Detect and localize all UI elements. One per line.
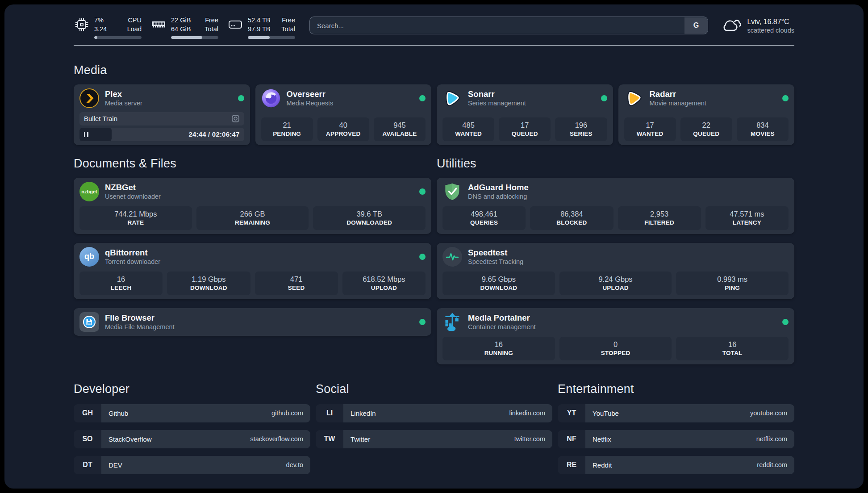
link-url: reddit.com (757, 461, 787, 468)
section-title-utilities: Utilities (437, 157, 794, 171)
app-card-filebrowser[interactable]: File Browser Media File Management (74, 308, 431, 336)
status-dot (782, 95, 789, 101)
app-card-qbittorrent[interactable]: qb qBittorrent Torrent downloader 16LEEC… (74, 243, 431, 299)
link-abbr: TW (316, 430, 343, 448)
app-desc: Speedtest Tracking (468, 258, 523, 265)
link-url: youtube.com (750, 409, 787, 417)
memory-progress-bar (171, 36, 218, 39)
sonarr-icon (442, 88, 462, 108)
app-card-portainer[interactable]: Media Portainer Container management 16R… (437, 308, 794, 364)
stat-tile: 266 GBREMAINING (196, 206, 309, 230)
section-title-documents: Documents & Files (74, 157, 431, 171)
weather-location-temp: Lviv, 16.87°C (747, 18, 794, 26)
portainer-icon (442, 312, 462, 332)
disk-label-2: Total (281, 25, 295, 33)
cpu-progress-bar (94, 36, 142, 39)
app-name: Media Portainer (468, 313, 536, 322)
nzbget-icon: nzbget (79, 182, 99, 201)
section-title-social: Social (316, 382, 552, 396)
status-dot (419, 319, 426, 325)
disk-icon (227, 16, 243, 32)
stat-tile: 9.65 GbpsDOWNLOAD (442, 272, 555, 295)
app-card-plex[interactable]: Plex Media server Bullet Train 24:44 / 0… (74, 84, 250, 145)
link-reddit[interactable]: RE Redditreddit.com (558, 456, 794, 474)
developer-column: Developer GH Githubgithub.com SO StackOv… (74, 364, 310, 474)
cpu-load-value: 3.24 (94, 25, 107, 33)
stat-tile: 945AVAILABLE (374, 117, 426, 141)
app-desc: Movie management (650, 100, 706, 107)
entertainment-column: Entertainment YT YouTubeyoutube.com NF N… (558, 364, 794, 474)
link-url: linkedin.com (509, 409, 545, 417)
app-card-overseerr[interactable]: Overseerr Media Requests 21PENDING 40APP… (255, 84, 432, 145)
app-desc: DNS and adblocking (468, 193, 529, 200)
stat-tile: 22QUEUED (680, 117, 732, 141)
app-card-speedtest[interactable]: Speedtest Speedtest Tracking 9.65 GbpsDO… (437, 243, 794, 299)
disk-free: 52.4 TB (248, 16, 271, 25)
link-youtube[interactable]: YT YouTubeyoutube.com (558, 404, 794, 422)
link-abbr: YT (558, 404, 585, 422)
search-input[interactable] (309, 17, 708, 34)
disk-label-1: Free (281, 16, 295, 25)
media-grid: Plex Media server Bullet Train 24:44 / 0… (74, 84, 794, 145)
cpu-usage: 7% (94, 16, 107, 25)
status-dot (419, 254, 426, 260)
app-card-adguard[interactable]: AdGuard Home DNS and adblocking 498,461Q… (437, 178, 794, 234)
app-desc: Usenet downloader (105, 193, 161, 200)
social-column: Social LI LinkedInlinkedin.com TW Twitte… (316, 364, 552, 448)
stat-tile: 2,953FILTERED (618, 206, 701, 230)
app-name: Speedtest (468, 248, 523, 257)
cloud-icon (721, 17, 741, 35)
status-dot (419, 95, 426, 101)
filebrowser-icon (79, 312, 99, 332)
status-dot (782, 319, 789, 325)
link-dev-to[interactable]: DT DEVdev.to (74, 456, 310, 474)
status-dot (419, 188, 426, 195)
link-twitter[interactable]: TW Twittertwitter.com (316, 430, 552, 448)
search-bar: G (309, 17, 708, 34)
link-url: github.com (271, 409, 303, 417)
link-netflix[interactable]: NF Netflixnetflix.com (558, 430, 794, 448)
session-icon[interactable] (231, 114, 240, 123)
link-abbr: LI (316, 404, 343, 422)
link-github[interactable]: GH Githubgithub.com (74, 404, 310, 422)
link-name: StackOverflow (108, 435, 152, 443)
link-abbr: RE (558, 456, 585, 474)
app-card-nzbget[interactable]: nzbget NZBGet Usenet downloader 744.21 M… (74, 178, 431, 234)
adguard-icon (442, 182, 462, 201)
utilities-column: Utilities AdGuard Home (437, 145, 794, 364)
link-url: dev.to (286, 461, 303, 468)
stat-tile: 744.21 MbpsRATE (79, 206, 192, 230)
link-name: Github (108, 409, 128, 417)
stat-tile: 196SERIES (555, 117, 607, 141)
app-card-radarr[interactable]: Radarr Movie management 17WANTED 22QUEUE… (618, 84, 795, 145)
link-stackoverflow[interactable]: SO StackOverflowstackoverflow.com (74, 430, 310, 448)
disk-total: 97.9 TB (248, 25, 271, 33)
memory-icon (150, 16, 167, 32)
link-linkedin[interactable]: LI LinkedInlinkedin.com (316, 404, 552, 422)
search-provider-button[interactable]: G (684, 17, 708, 34)
link-name: Netflix (593, 435, 611, 443)
weather-widget: Lviv, 16.87°C scattered clouds (721, 16, 794, 35)
link-name: Twitter (351, 435, 370, 443)
pause-icon (84, 132, 88, 137)
top-bar: 7% 3.24 CPU Load (74, 16, 794, 39)
documents-column: Documents & Files nzbget NZBGet Usenet d… (74, 145, 431, 336)
link-name: YouTube (593, 409, 619, 417)
disk-stat: 52.4 TB 97.9 TB Free Total (227, 16, 295, 39)
stat-tile: 1.19 GbpsDOWNLOAD (167, 272, 250, 295)
stat-tile: 39.6 TBDOWNLOADED (313, 206, 426, 230)
app-name: qBittorrent (105, 248, 160, 257)
disk-progress-bar (248, 36, 295, 39)
stat-tile: 0STOPPED (559, 337, 672, 360)
app-card-sonarr[interactable]: Sonarr Series management 485WANTED 17QUE… (437, 84, 613, 145)
playback-progress: 24:44 / 02:06:47 (79, 128, 244, 141)
memory-label-1: Free (204, 16, 218, 25)
radarr-icon (624, 88, 644, 108)
speedtest-icon (442, 247, 462, 267)
link-abbr: DT (74, 456, 101, 474)
stat-tile: 47.571 msLATENCY (705, 206, 789, 230)
middle-columns: Documents & Files nzbget NZBGet Usenet d… (74, 145, 794, 364)
cpu-stat: 7% 3.24 CPU Load (74, 16, 142, 39)
link-abbr: GH (74, 404, 101, 422)
cpu-icon (74, 16, 90, 32)
